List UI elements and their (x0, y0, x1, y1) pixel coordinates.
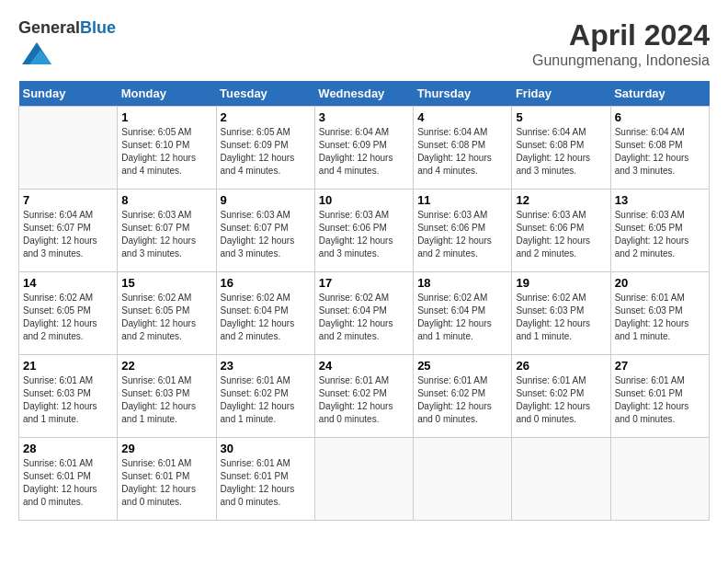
logo-blue: Blue (80, 18, 116, 37)
header-day: Friday (512, 81, 610, 107)
day-info: Sunrise: 6:02 AM Sunset: 6:05 PM Dayligh… (121, 292, 211, 343)
day-info: Sunrise: 6:02 AM Sunset: 6:04 PM Dayligh… (417, 292, 507, 343)
day-number: 20 (615, 276, 705, 290)
day-number: 1 (121, 110, 211, 124)
day-info: Sunrise: 6:01 AM Sunset: 6:02 PM Dayligh… (221, 374, 311, 426)
calendar-cell: 26Sunrise: 6:01 AM Sunset: 6:02 PM Dayli… (512, 354, 610, 437)
calendar-cell: 23Sunrise: 6:01 AM Sunset: 6:02 PM Dayli… (216, 354, 314, 437)
day-info: Sunrise: 6:01 AM Sunset: 6:02 PM Dayligh… (516, 374, 606, 426)
calendar-cell (610, 437, 709, 520)
calendar-cell: 10Sunrise: 6:03 AM Sunset: 6:06 PM Dayli… (314, 189, 413, 271)
day-info: Sunrise: 6:03 AM Sunset: 6:06 PM Dayligh… (319, 209, 409, 260)
day-number: 3 (319, 110, 409, 124)
day-info: Sunrise: 6:04 AM Sunset: 6:08 PM Dayligh… (417, 126, 507, 178)
week-row: 28Sunrise: 6:01 AM Sunset: 6:01 PM Dayli… (19, 437, 710, 520)
day-info: Sunrise: 6:05 AM Sunset: 6:10 PM Dayligh… (121, 126, 211, 178)
day-info: Sunrise: 6:01 AM Sunset: 6:03 PM Dayligh… (23, 374, 113, 426)
day-info: Sunrise: 6:04 AM Sunset: 6:08 PM Dayligh… (615, 126, 705, 178)
week-row: 14Sunrise: 6:02 AM Sunset: 6:05 PM Dayli… (19, 271, 710, 354)
day-number: 23 (221, 359, 311, 373)
calendar-cell: 5Sunrise: 6:04 AM Sunset: 6:08 PM Daylig… (512, 106, 610, 189)
calendar-cell: 9Sunrise: 6:03 AM Sunset: 6:07 PM Daylig… (216, 189, 314, 271)
calendar-cell: 21Sunrise: 6:01 AM Sunset: 6:03 PM Dayli… (19, 354, 118, 437)
day-info: Sunrise: 6:01 AM Sunset: 6:01 PM Dayligh… (615, 374, 705, 426)
day-number: 11 (417, 193, 507, 207)
day-number: 2 (221, 110, 311, 124)
calendar-cell: 16Sunrise: 6:02 AM Sunset: 6:04 PM Dayli… (216, 271, 314, 354)
calendar-cell (314, 437, 413, 520)
day-number: 28 (23, 442, 113, 455)
day-number: 13 (615, 193, 705, 207)
day-info: Sunrise: 6:02 AM Sunset: 6:03 PM Dayligh… (516, 292, 606, 343)
day-number: 22 (121, 359, 211, 373)
calendar-cell: 11Sunrise: 6:03 AM Sunset: 6:06 PM Dayli… (414, 189, 512, 271)
calendar-cell: 3Sunrise: 6:04 AM Sunset: 6:09 PM Daylig… (314, 106, 413, 189)
calendar-header: SundayMondayTuesdayWednesdayThursdayFrid… (19, 81, 710, 107)
day-info: Sunrise: 6:03 AM Sunset: 6:07 PM Dayligh… (221, 209, 311, 260)
day-info: Sunrise: 6:05 AM Sunset: 6:09 PM Dayligh… (221, 126, 311, 178)
calendar-cell: 29Sunrise: 6:01 AM Sunset: 6:01 PM Dayli… (118, 437, 216, 520)
calendar-cell: 18Sunrise: 6:02 AM Sunset: 6:04 PM Dayli… (414, 271, 512, 354)
day-number: 10 (319, 193, 409, 207)
calendar-subtitle: Gunungmenang, Indonesia (532, 52, 710, 69)
day-info: Sunrise: 6:02 AM Sunset: 6:05 PM Dayligh… (23, 292, 113, 343)
day-number: 14 (23, 276, 113, 290)
week-row: 7Sunrise: 6:04 AM Sunset: 6:07 PM Daylig… (19, 189, 710, 271)
title-block: April 2024 Gunungmenang, Indonesia (532, 18, 710, 69)
day-info: Sunrise: 6:01 AM Sunset: 6:02 PM Dayligh… (417, 374, 507, 426)
calendar-cell: 15Sunrise: 6:02 AM Sunset: 6:05 PM Dayli… (118, 271, 216, 354)
calendar-title: April 2024 (532, 18, 710, 52)
day-number: 27 (615, 359, 705, 373)
header-day: Saturday (610, 81, 709, 107)
week-row: 1Sunrise: 6:05 AM Sunset: 6:10 PM Daylig… (19, 106, 710, 189)
header-day: Thursday (414, 81, 512, 107)
day-number: 12 (516, 193, 606, 207)
calendar-cell: 7Sunrise: 6:04 AM Sunset: 6:07 PM Daylig… (19, 189, 118, 271)
calendar-cell: 12Sunrise: 6:03 AM Sunset: 6:06 PM Dayli… (512, 189, 610, 271)
calendar-cell: 19Sunrise: 6:02 AM Sunset: 6:03 PM Dayli… (512, 271, 610, 354)
day-info: Sunrise: 6:03 AM Sunset: 6:07 PM Dayligh… (121, 209, 211, 260)
day-number: 7 (23, 193, 113, 207)
header-row: SundayMondayTuesdayWednesdayThursdayFrid… (19, 81, 710, 107)
day-number: 19 (516, 276, 606, 290)
calendar-cell: 2Sunrise: 6:05 AM Sunset: 6:09 PM Daylig… (216, 106, 314, 189)
day-info: Sunrise: 6:01 AM Sunset: 6:02 PM Dayligh… (319, 374, 409, 426)
calendar-cell: 24Sunrise: 6:01 AM Sunset: 6:02 PM Dayli… (314, 354, 413, 437)
day-number: 4 (417, 110, 507, 124)
calendar-cell: 8Sunrise: 6:03 AM Sunset: 6:07 PM Daylig… (118, 189, 216, 271)
calendar-cell (19, 106, 118, 189)
day-number: 5 (516, 110, 606, 124)
calendar-body: 1Sunrise: 6:05 AM Sunset: 6:10 PM Daylig… (19, 106, 710, 520)
logo: GeneralBlue (18, 18, 116, 72)
day-number: 24 (319, 359, 409, 373)
day-number: 26 (516, 359, 606, 373)
day-number: 15 (121, 276, 211, 290)
calendar-cell: 25Sunrise: 6:01 AM Sunset: 6:02 PM Dayli… (414, 354, 512, 437)
calendar-cell: 6Sunrise: 6:04 AM Sunset: 6:08 PM Daylig… (610, 106, 709, 189)
calendar-cell: 22Sunrise: 6:01 AM Sunset: 6:03 PM Dayli… (118, 354, 216, 437)
calendar-cell: 17Sunrise: 6:02 AM Sunset: 6:04 PM Dayli… (314, 271, 413, 354)
day-info: Sunrise: 6:04 AM Sunset: 6:09 PM Dayligh… (319, 126, 409, 178)
day-info: Sunrise: 6:01 AM Sunset: 6:03 PM Dayligh… (121, 374, 211, 426)
day-info: Sunrise: 6:03 AM Sunset: 6:06 PM Dayligh… (417, 209, 507, 260)
calendar-cell: 30Sunrise: 6:01 AM Sunset: 6:01 PM Dayli… (216, 437, 314, 520)
day-number: 29 (121, 442, 211, 455)
logo-icon (22, 39, 51, 68)
day-info: Sunrise: 6:02 AM Sunset: 6:04 PM Dayligh… (319, 292, 409, 343)
calendar-cell: 27Sunrise: 6:01 AM Sunset: 6:01 PM Dayli… (610, 354, 709, 437)
calendar-cell: 13Sunrise: 6:03 AM Sunset: 6:05 PM Dayli… (610, 189, 709, 271)
day-number: 30 (221, 442, 311, 455)
logo-general: General (18, 18, 80, 37)
calendar-cell (414, 437, 512, 520)
calendar-cell: 20Sunrise: 6:01 AM Sunset: 6:03 PM Dayli… (610, 271, 709, 354)
day-number: 16 (221, 276, 311, 290)
calendar-cell: 14Sunrise: 6:02 AM Sunset: 6:05 PM Dayli… (19, 271, 118, 354)
day-number: 25 (417, 359, 507, 373)
day-info: Sunrise: 6:04 AM Sunset: 6:08 PM Dayligh… (516, 126, 606, 178)
day-info: Sunrise: 6:03 AM Sunset: 6:06 PM Dayligh… (516, 209, 606, 260)
page-header: GeneralBlue April 2024 Gunungmenang, Ind… (18, 18, 710, 72)
day-number: 18 (417, 276, 507, 290)
calendar-cell: 1Sunrise: 6:05 AM Sunset: 6:10 PM Daylig… (118, 106, 216, 189)
day-number: 17 (319, 276, 409, 290)
day-number: 9 (221, 193, 311, 207)
